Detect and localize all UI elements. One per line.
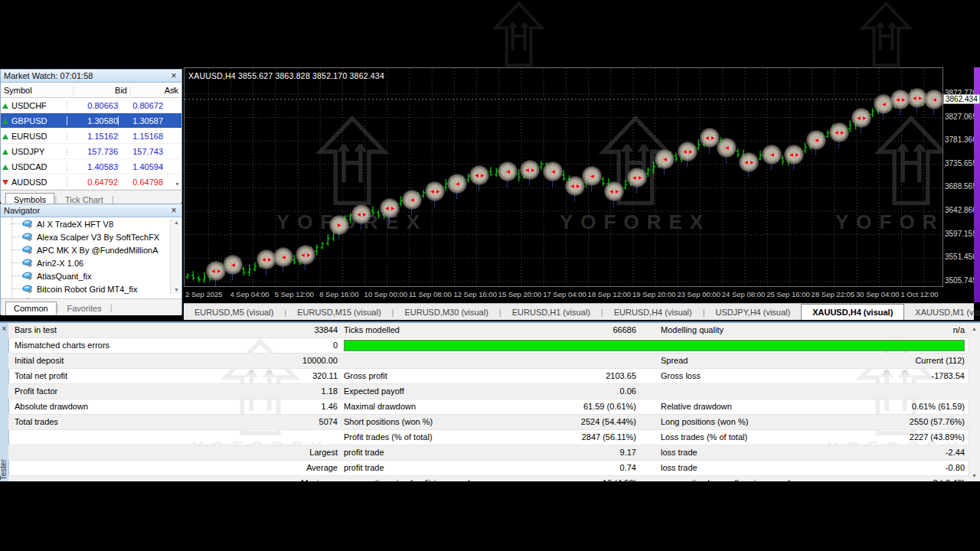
scroll-up-icon[interactable]: ▲ [174,220,179,225]
ask-cell: 0.80672 [118,101,163,110]
navigator-item[interactable]: Bitcoin Wizard EA V3.10 MT4 [1,295,181,298]
chart-plot-area[interactable]: XAUUSD,H4 3855.627 3863.828 3852.170 386… [184,67,943,287]
column-symbol[interactable]: Symbol [1,86,73,95]
close-icon[interactable]: × [0,324,8,334]
time-tick-label: 19 Sep 20:00 [632,290,676,298]
price-tick-label: 3781.360 [945,135,977,144]
tester-scrollbar[interactable]: ▲ ▼ [969,323,980,481]
market-watch-row[interactable]: GBPUSD 1.30580 1.30587 [1,113,181,129]
report-value: 66686 [500,323,636,337]
trade-marker[interactable]: ◄ [498,161,518,181]
chart-tab-usdjpy-h4-visual-[interactable]: USDJPY,H4 (visual) [705,304,802,320]
trade-marker[interactable]: ◄► [351,204,371,224]
market-watch-row[interactable]: USDCHF 0.80663 0.80672 [1,98,181,113]
bid-cell: 1.30580 [67,116,118,126]
trade-arrow-icon: ◄► [743,158,755,166]
trade-marker[interactable]: ► [329,215,349,235]
trade-marker[interactable]: ◄ [717,138,737,158]
scroll-down-icon[interactable]: ▼ [175,181,180,187]
trade-arrow-icon: ◄ [662,155,668,163]
time-axis[interactable]: 2 Sep 20254 Sep 04:005 Sep 12:008 Sep 16… [184,288,974,302]
navigator-item[interactable]: APC MK X By @FundedMillionA [1,243,181,256]
ask-cell: 0.64798 [118,178,163,187]
market-watch-row[interactable]: USDJPY 157.736 157.743 [1,144,181,159]
report-label: loss trade [636,461,809,475]
chart-title: XAUUSD,H4 3855.627 3863.828 3852.170 386… [188,71,384,80]
report-value: n/a [809,323,969,337]
trade-marker[interactable]: ◄► [604,181,624,201]
trade-arrow-icon: ◄ [230,261,236,269]
navigator-item-label: AtlasQuant_fix [37,272,92,281]
trade-marker[interactable]: ◄ [223,255,243,275]
report-value: 10000.00 [207,354,338,368]
report-label: Profit trades (% of total) [338,430,500,445]
tab-common[interactable]: Common [5,302,57,315]
trade-marker[interactable]: ◄ [582,166,602,186]
trade-marker[interactable]: ◄ [273,247,293,267]
market-watch-titlebar[interactable]: Market Watch: 07:01:58 × [1,70,181,83]
trade-arrow-icon: ◄ [409,196,415,204]
market-watch-row[interactable]: EURUSD 1.15162 1.15168 [1,129,181,144]
trade-marker[interactable]: ◄ [806,130,826,150]
navigator-item[interactable]: AI X TradeX HFT V8 [1,217,181,230]
trade-marker[interactable]: ◄► [627,168,647,187]
navigator-item[interactable]: Arin2-X 1.06 [1,256,181,269]
trade-marker[interactable]: ◄► [829,122,849,142]
trade-marker[interactable]: ◄ [543,161,563,181]
report-value [500,354,636,368]
tab-favorites[interactable]: Favorites [58,302,109,315]
navigator-item[interactable]: AtlasQuant_fix [1,269,181,282]
chart-tab-eurusd-h1-visual-[interactable]: EURUSD,H1 (visual) [501,304,601,320]
scroll-up-icon[interactable]: ▲ [168,86,180,91]
navigator-item[interactable]: Bitcoin Robot Grid MT4_fix [1,282,181,295]
report-label: Total trades [8,415,207,429]
trade-marker[interactable]: ◄ [762,145,782,165]
brand-logo-watermark [850,2,923,69]
trade-arrow-icon: ◄ [880,100,887,108]
close-icon[interactable]: × [169,71,178,80]
scroll-down-icon[interactable]: ▼ [174,287,179,292]
trade-marker[interactable]: ◄ [924,90,943,109]
navigator-scrollbar[interactable]: ▲ ▼ [170,218,181,294]
chart-tab-eurusd-m15-visual-[interactable]: EURUSD,M15 (visual) [286,304,391,320]
price-axis[interactable]: 3872.7703827.0653781.3603735.6553688.565… [945,67,974,287]
trade-marker[interactable]: ◄ [447,174,467,194]
expert-advisor-icon [22,259,34,268]
report-label: Relative drawdown [636,399,809,414]
expert-advisor-icon [22,220,34,229]
chart-tab-eurusd-h4-visual-[interactable]: EURUSD,H4 (visual) [603,304,703,320]
trade-marker[interactable]: ◄► [296,245,315,265]
close-icon[interactable]: × [169,206,178,215]
trade-marker[interactable]: ◄► [739,152,759,172]
trade-marker[interactable]: ◄► [784,145,804,165]
report-value: Current (112) [809,354,969,368]
market-watch-row[interactable]: AUDUSD 0.64792 0.64798 [1,174,181,190]
scroll-up-icon[interactable]: ▲ [972,326,977,331]
report-label: Spread [636,354,809,368]
navigator-item[interactable]: Alexa Scalper V3 By SoftTechFX [1,230,181,243]
report-label: Mismatched charts errors [8,338,207,353]
scroll-down-icon[interactable]: ▼ [972,473,977,478]
trade-marker[interactable]: ◄ [402,190,422,210]
trade-marker[interactable]: ◄► [469,165,489,185]
trade-marker[interactable]: ◄► [425,181,445,201]
report-label: Bars in test [8,323,207,337]
trade-marker[interactable]: ◄► [520,160,540,180]
navigator-titlebar[interactable]: Navigator × [1,204,181,217]
trade-marker[interactable]: ◄► [380,198,400,218]
trade-marker[interactable]: ◄ [655,149,675,169]
report-value: Largest [207,445,338,460]
price-tick-label: 3597.155 [945,230,977,238]
bid-cell: 0.64792 [67,178,118,187]
chart-tab-xauusd-m1-visual-[interactable]: XAUUSD,M1 (visual) [904,304,980,320]
trade-marker[interactable]: ◄► [678,142,697,161]
time-tick-label: 30 Sep 04:00 [856,290,900,298]
chart-tab-eurusd-m5-visual-[interactable]: EURUSD,M5 (visual) [184,304,284,320]
report-label: loss trade [636,445,809,460]
market-watch-rows: USDCHF 0.80663 0.80672 GBPUSD 1.30580 1.… [1,98,181,190]
chart-tab-xauusd-h4-visual-[interactable]: XAUUSD,H4 (visual) [801,304,904,320]
market-watch-row[interactable]: USDCAD 1.40583 1.40594 [1,159,181,174]
chart-tab-eurusd-m30-visual-[interactable]: EURUSD,M30 (visual) [394,304,498,320]
trade-marker[interactable]: ◄► [851,108,871,128]
column-bid[interactable]: Bid [73,86,130,95]
